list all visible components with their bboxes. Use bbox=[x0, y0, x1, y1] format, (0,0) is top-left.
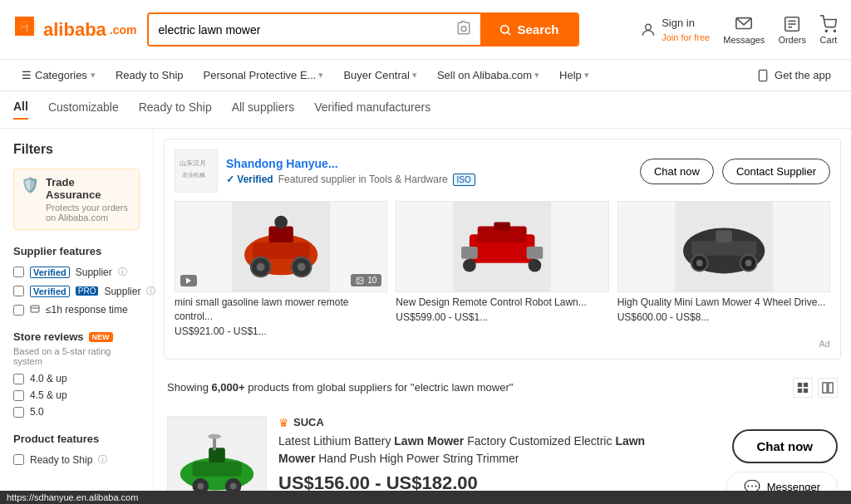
svg-text:🅰: 🅰 bbox=[15, 16, 34, 37]
list-view-button[interactable] bbox=[818, 378, 838, 398]
tab-all[interactable]: All bbox=[13, 100, 28, 120]
categories-label: Categories bbox=[35, 69, 87, 81]
verified-badge: ✓ Verified bbox=[226, 174, 273, 185]
svg-rect-47 bbox=[798, 382, 802, 386]
sidebar: Filters 🛡️ Trade Assurance Protects your… bbox=[0, 129, 154, 504]
featured-text: Featured supplier in Tools & Hardware bbox=[278, 174, 448, 185]
response-time-checkbox[interactable] bbox=[13, 305, 24, 316]
rating-5-option[interactable]: 5.0 bbox=[13, 406, 140, 418]
svg-point-4 bbox=[646, 24, 652, 30]
filters-title: Filters bbox=[13, 142, 140, 157]
supplier-chat-button[interactable]: Chat now bbox=[640, 159, 714, 184]
join-label: Join for free bbox=[662, 31, 710, 45]
logo-alibaba: alibaba bbox=[43, 19, 106, 41]
nav-buyer-central[interactable]: Buyer Central ▾ bbox=[335, 60, 425, 91]
tab-verified-manufacturers[interactable]: Verified manufacturers bbox=[314, 100, 430, 119]
nav-ready-to-ship[interactable]: Ready to Ship bbox=[107, 60, 192, 91]
product-chat-button[interactable]: Chat now bbox=[732, 429, 839, 463]
product-listing-card: ♛ SUCA Latest Lithium Battery Lawn Mower… bbox=[154, 406, 851, 504]
supplier-name[interactable]: Shandong Hanyue... bbox=[226, 157, 632, 170]
svg-rect-55 bbox=[193, 462, 242, 477]
supplier-product-2[interactable]: New Design Remote Control Robot Lawn... … bbox=[396, 201, 608, 337]
info-icon-1[interactable]: ⓘ bbox=[118, 266, 127, 278]
signin-area[interactable]: Sign in Join for free bbox=[640, 15, 710, 45]
response-time-option[interactable]: ≤1h response time bbox=[13, 304, 140, 316]
ready-to-ship-option[interactable]: Ready to Ship ⓘ bbox=[13, 453, 140, 466]
categories-menu[interactable]: ☰ Categories ▾ bbox=[13, 69, 104, 81]
trade-assurance-title: Trade Assurance bbox=[46, 176, 132, 201]
supplier-product-1[interactable]: 10 mini small gasoline lawn mower remote… bbox=[175, 201, 387, 337]
categories-chevron: ▾ bbox=[91, 70, 96, 81]
tab-all-suppliers[interactable]: All suppliers bbox=[232, 100, 294, 119]
svg-point-58 bbox=[197, 482, 204, 489]
product-features-section: Product features Ready to Ship ⓘ bbox=[13, 433, 140, 466]
supplier-badges: ✓ Verified Featured supplier in Tools & … bbox=[226, 174, 632, 186]
messages-action[interactable]: Messages bbox=[723, 15, 765, 45]
company-name: SUCA bbox=[293, 416, 324, 428]
svg-rect-21 bbox=[253, 242, 310, 259]
svg-marker-28 bbox=[186, 277, 191, 284]
svg-point-24 bbox=[257, 263, 265, 272]
trade-assurance-box[interactable]: 🛡️ Trade Assurance Protects your orders … bbox=[13, 169, 140, 230]
nav-chevron-1: ▾ bbox=[318, 70, 323, 81]
cart-action[interactable]: Cart bbox=[819, 15, 838, 45]
search-input[interactable] bbox=[149, 15, 449, 45]
supplier-features-title: Supplier features bbox=[13, 245, 140, 257]
store-reviews-title: Store reviews NEW bbox=[13, 330, 140, 343]
rating-45-option[interactable]: 4.5 & up bbox=[13, 389, 140, 401]
product-price-3: US$600.00 - US$8... bbox=[617, 311, 830, 323]
nav-sell[interactable]: Sell on Alibaba.com ▾ bbox=[429, 60, 548, 91]
nav-protective[interactable]: Personal Protective E... ▾ bbox=[195, 60, 332, 91]
get-app-button[interactable]: Get the app bbox=[750, 69, 838, 82]
info-icon-3[interactable]: ⓘ bbox=[98, 453, 107, 466]
verified-supplier-option[interactable]: Verified Supplier ⓘ bbox=[13, 266, 140, 278]
nav-help[interactable]: Help ▾ bbox=[551, 60, 598, 91]
ready-to-ship-checkbox[interactable] bbox=[13, 454, 24, 465]
product-thumb-img-2[interactable] bbox=[396, 201, 608, 292]
new-badge: NEW bbox=[89, 332, 113, 342]
rating-4-checkbox[interactable] bbox=[13, 374, 24, 384]
orders-action[interactable]: Orders bbox=[778, 15, 806, 45]
video-overlay bbox=[180, 275, 197, 286]
rating-45-label: 4.5 & up bbox=[30, 389, 67, 401]
svg-rect-50 bbox=[804, 388, 808, 392]
main-content: Filters 🛡️ Trade Assurance Protects your… bbox=[0, 129, 851, 504]
verified-supplier-checkbox[interactable] bbox=[13, 267, 24, 277]
orders-label: Orders bbox=[778, 35, 806, 45]
verified-pro-checkbox[interactable] bbox=[13, 286, 24, 296]
rating-45-checkbox[interactable] bbox=[13, 390, 24, 401]
view-toggle bbox=[793, 378, 838, 398]
svg-point-2 bbox=[501, 25, 509, 32]
rating-5-label: 5.0 bbox=[30, 406, 44, 418]
product-listing-title[interactable]: Latest Lithium Battery Lawn Mower Factor… bbox=[278, 433, 676, 467]
contact-supplier-button[interactable]: Contact Supplier bbox=[722, 159, 830, 184]
verified-pro-option[interactable]: Verified PRO Supplier ⓘ bbox=[13, 285, 140, 297]
supplier-product-3[interactable]: High Quality Mini Lawn Mower 4 Wheel Dri… bbox=[617, 201, 830, 337]
tab-customizable[interactable]: Customizable bbox=[48, 100, 119, 119]
supplier-logo[interactable]: 山东汉月 农业机械 bbox=[175, 149, 218, 193]
nav-bar: ☰ Categories ▾ Ready to Ship Personal Pr… bbox=[0, 60, 851, 91]
product-thumb-img-3[interactable] bbox=[617, 201, 830, 292]
supplier-card: 山东汉月 农业机械 Shandong Hanyue... ✓ Verified … bbox=[164, 139, 841, 360]
camera-search-icon[interactable] bbox=[448, 21, 480, 38]
supplier-products: 10 mini small gasoline lawn mower remote… bbox=[175, 201, 830, 337]
svg-point-44 bbox=[696, 260, 702, 267]
product-thumb-img-1[interactable]: 10 bbox=[175, 201, 387, 292]
svg-rect-60 bbox=[209, 448, 225, 462]
rating-5-checkbox[interactable] bbox=[13, 407, 24, 418]
svg-point-62 bbox=[208, 433, 221, 438]
nav-chevron-2: ▾ bbox=[412, 70, 417, 81]
rating-4-option[interactable]: 4.0 & up bbox=[13, 373, 140, 384]
results-bar: Showing 6,000+ products from global supp… bbox=[154, 369, 851, 406]
svg-rect-52 bbox=[829, 382, 833, 392]
grid-view-button[interactable] bbox=[793, 378, 813, 398]
svg-point-45 bbox=[745, 260, 751, 267]
svg-rect-35 bbox=[527, 247, 544, 259]
logo[interactable]: 🅰 alibaba.com bbox=[13, 13, 137, 46]
tab-ready-to-ship[interactable]: Ready to Ship bbox=[139, 100, 212, 119]
status-url: https://sdhanyue.en.alibaba.com bbox=[7, 492, 138, 502]
store-reviews-section: Store reviews NEW Based on a 5-star rati… bbox=[13, 330, 140, 418]
response-time-label: ≤1h response time bbox=[46, 304, 128, 316]
search-button[interactable]: Search bbox=[480, 14, 577, 45]
alibaba-logo-icon: 🅰 bbox=[13, 13, 40, 46]
